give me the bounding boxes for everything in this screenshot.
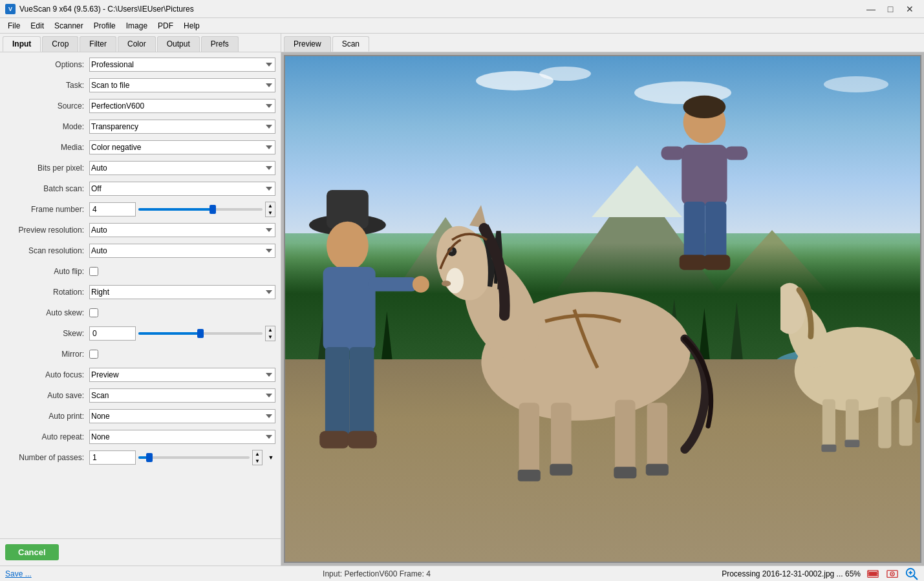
frame-slider-wrapper xyxy=(138,208,263,211)
menu-image[interactable]: Image xyxy=(121,20,153,32)
passes-slider-track[interactable] xyxy=(138,456,250,459)
menu-scanner[interactable]: Scanner xyxy=(49,20,89,32)
passes-increment[interactable]: ▲ xyxy=(253,450,262,458)
mode-control: Transparency Reflective xyxy=(89,120,275,134)
svg-rect-32 xyxy=(705,202,726,262)
menu-pdf[interactable]: PDF xyxy=(153,20,178,32)
svg-rect-50 xyxy=(877,573,878,574)
auto-flip-row: Auto flip: xyxy=(5,263,275,280)
auto-save-select[interactable]: Scan None xyxy=(89,388,275,403)
frame-increment[interactable]: ▲ xyxy=(266,202,275,209)
task-control: Scan to file Scan to email Scan to print… xyxy=(89,78,275,92)
tab-color[interactable]: Color xyxy=(118,36,156,52)
svg-rect-40 xyxy=(878,397,891,448)
options-label: Options: xyxy=(5,60,89,69)
auto-repeat-control: None Preview Scan xyxy=(89,430,275,444)
frame-slider-track[interactable] xyxy=(138,208,263,211)
auto-print-control: None Preview Scan xyxy=(89,409,275,423)
svg-rect-19 xyxy=(551,403,572,472)
source-label: Source: xyxy=(5,101,89,111)
processing-status: Processing 2016-12-31-0002.jpg ... 65% xyxy=(722,569,861,578)
close-button[interactable]: ✕ xyxy=(901,3,919,16)
auto-skew-row: Auto skew: xyxy=(5,304,275,321)
passes-decrement[interactable]: ▼ xyxy=(253,458,262,465)
svg-rect-45 xyxy=(869,571,877,576)
svg-line-56 xyxy=(914,575,918,579)
auto-skew-checkbox[interactable] xyxy=(89,308,98,317)
status-bar-right: Processing 2016-12-31-0002.jpg ... 65% xyxy=(722,567,919,581)
tab-preview[interactable]: Preview xyxy=(284,36,331,52)
num-passes-control: ▲ ▼ ▼ xyxy=(89,450,275,465)
media-select[interactable]: Color negative Color positive B&W negati… xyxy=(89,140,275,154)
svg-rect-38 xyxy=(822,399,835,450)
batch-select[interactable]: Off On xyxy=(89,182,275,196)
auto-focus-label: Auto focus: xyxy=(5,370,89,379)
skew-input[interactable] xyxy=(89,326,136,341)
tab-scan[interactable]: Scan xyxy=(332,36,369,52)
bits-select[interactable]: Auto 8 16 24 48 xyxy=(89,161,275,175)
num-passes-input[interactable] xyxy=(89,450,136,465)
svg-rect-46 xyxy=(868,571,869,572)
zoom-icon[interactable] xyxy=(905,567,919,581)
scan-res-row: Scan resolution: Auto 300 600 1200 2400 xyxy=(5,242,275,259)
maximize-button[interactable]: □ xyxy=(881,3,899,16)
svg-rect-23 xyxy=(550,464,572,476)
auto-repeat-select[interactable]: None Preview Scan xyxy=(89,430,275,444)
rotation-select[interactable]: Right Left None 180 xyxy=(89,285,275,299)
skew-decrement[interactable]: ▼ xyxy=(266,333,275,341)
passes-dropdown[interactable]: ▼ xyxy=(266,450,275,465)
cancel-button[interactable]: Cancel xyxy=(5,544,59,560)
svg-rect-3 xyxy=(323,267,375,351)
menu-edit[interactable]: Edit xyxy=(25,20,49,32)
auto-repeat-label: Auto repeat: xyxy=(5,432,89,441)
status-bar-middle: Input: PerfectionV600 Frame: 4 xyxy=(323,569,431,578)
frame-decrement[interactable]: ▼ xyxy=(266,209,275,217)
scan-res-select[interactable]: Auto 300 600 1200 2400 xyxy=(89,244,275,258)
task-select[interactable]: Scan to file Scan to email Scan to print… xyxy=(89,78,275,92)
skew-increment[interactable]: ▲ xyxy=(266,326,275,333)
svg-rect-33 xyxy=(679,255,705,269)
bits-label: Bits per pixel: xyxy=(5,164,89,173)
menu-profile[interactable]: Profile xyxy=(89,20,121,32)
bits-row: Bits per pixel: Auto 8 16 24 48 xyxy=(5,160,275,176)
save-link[interactable]: Save ... xyxy=(5,569,32,578)
frame-input[interactable] xyxy=(89,202,136,217)
tab-filter[interactable]: Filter xyxy=(80,36,116,52)
svg-rect-30 xyxy=(725,146,747,160)
status-bar: Save ... Input: PerfectionV600 Frame: 4 … xyxy=(0,565,924,581)
settings-tabs: Input Crop Filter Color Output Prefs xyxy=(0,34,281,52)
minimize-button[interactable]: — xyxy=(862,3,880,16)
film-icon[interactable] xyxy=(866,568,880,580)
options-select[interactable]: Professional Advanced Basic xyxy=(89,58,275,72)
auto-print-select[interactable]: None Preview Scan xyxy=(89,409,275,423)
tab-input[interactable]: Input xyxy=(3,36,41,52)
scan-preview-image xyxy=(284,55,921,563)
auto-print-label: Auto print: xyxy=(5,412,89,421)
source-select[interactable]: PerfectionV600 Flatbed xyxy=(89,99,275,113)
menu-file[interactable]: File xyxy=(3,20,25,32)
svg-rect-43 xyxy=(844,439,859,447)
scan-res-label: Scan resolution: xyxy=(5,246,89,255)
tab-output[interactable]: Output xyxy=(157,36,200,52)
auto-focus-select[interactable]: Preview Scan None xyxy=(89,368,275,382)
tab-prefs[interactable]: Prefs xyxy=(201,36,239,52)
svg-rect-29 xyxy=(661,146,683,160)
options-row: Options: Professional Advanced Basic xyxy=(5,56,275,73)
rotation-label: Rotation: xyxy=(5,288,89,297)
svg-rect-42 xyxy=(821,444,836,452)
auto-save-label: Auto save: xyxy=(5,391,89,400)
media-row: Media: Color negative Color positive B&W… xyxy=(5,139,275,156)
skew-control: ▲ ▼ xyxy=(89,326,275,341)
menu-help[interactable]: Help xyxy=(178,20,205,32)
photo-icon[interactable] xyxy=(885,568,899,580)
auto-focus-control: Preview Scan None xyxy=(89,368,275,382)
mirror-checkbox[interactable] xyxy=(89,350,98,359)
auto-flip-label: Auto flip: xyxy=(5,267,89,276)
preview-res-select[interactable]: Auto 72 150 300 xyxy=(89,223,275,237)
tab-crop[interactable]: Crop xyxy=(42,36,78,52)
auto-flip-checkbox[interactable] xyxy=(89,267,98,276)
skew-slider-track[interactable] xyxy=(138,332,263,335)
auto-repeat-row: Auto repeat: None Preview Scan xyxy=(5,428,275,445)
mode-select[interactable]: Transparency Reflective xyxy=(89,120,275,134)
svg-point-16 xyxy=(442,280,451,286)
